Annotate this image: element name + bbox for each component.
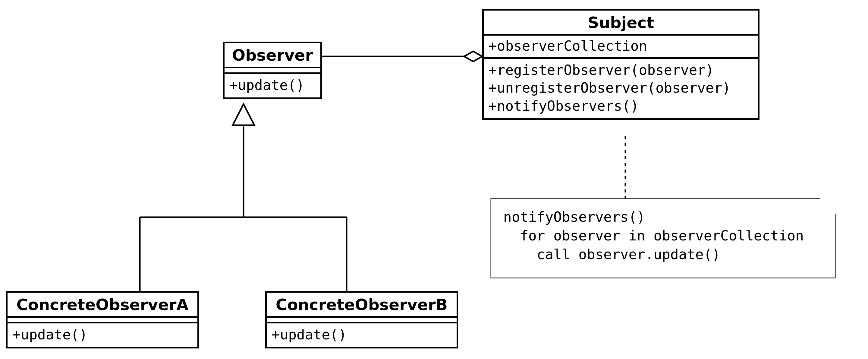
- svg-marker-3: [233, 104, 254, 125]
- class-observer: Observer +update(): [223, 42, 322, 99]
- class-title: Subject: [484, 10, 758, 36]
- note-line: call observer.update(): [503, 246, 720, 263]
- attribute: +observerCollection: [489, 37, 753, 55]
- operation: +unregisterObserver(observer): [489, 79, 753, 97]
- class-attributes: +observerCollection: [484, 36, 758, 59]
- class-title: Observer: [224, 43, 320, 68]
- operation: +update(): [12, 326, 193, 344]
- class-operations: +registerObserver(observer) +unregisterO…: [484, 59, 758, 118]
- class-operations: +update(): [267, 323, 457, 347]
- class-attributes: [267, 318, 457, 323]
- class-operations: +update(): [224, 74, 320, 98]
- svg-marker-1: [464, 51, 482, 61]
- aggregation-subject-observer: [322, 51, 482, 61]
- class-concrete-observer-a: ConcreteObserverA +update(): [6, 291, 199, 349]
- uml-diagram: Observer +update() Subject +observerColl…: [0, 0, 868, 359]
- generalization-observer: [140, 104, 347, 291]
- class-subject: Subject +observerCollection +registerObs…: [482, 9, 760, 120]
- operation: +registerObserver(observer): [489, 61, 753, 79]
- operation: +update(): [229, 76, 315, 94]
- class-operations: +update(): [7, 323, 197, 347]
- operation: +update(): [272, 326, 452, 344]
- operation: +notifyObservers(): [489, 97, 753, 115]
- class-title: ConcreteObserverA: [7, 293, 197, 318]
- class-attributes: [224, 68, 320, 74]
- note-line: for observer in observerCollection: [503, 227, 804, 244]
- class-title: ConcreteObserverB: [267, 293, 457, 318]
- class-attributes: [7, 318, 197, 323]
- uml-note: notifyObservers() for observer in observ…: [491, 199, 835, 278]
- note-text: notifyObservers() for observer in observ…: [503, 208, 804, 264]
- note-line: notifyObservers(): [503, 209, 645, 225]
- class-concrete-observer-b: ConcreteObserverB +update(): [265, 291, 458, 349]
